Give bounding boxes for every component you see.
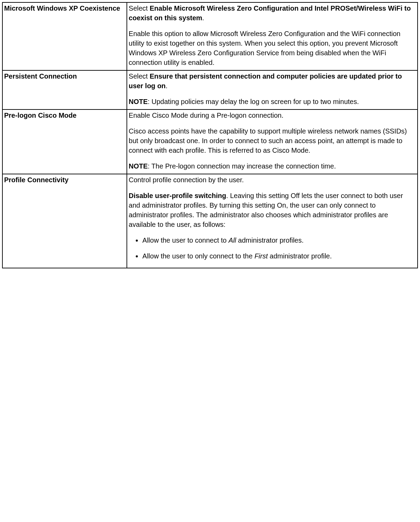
settings-table: Microsoft Windows XP Coexistence Select …: [2, 2, 418, 268]
setting-name: Microsoft Windows XP Coexistence: [2, 2, 127, 70]
intro-post: .: [202, 14, 204, 22]
intro-pre: Select: [129, 4, 149, 12]
options-list: Allow the user to connect to All adminis…: [142, 235, 416, 261]
setting-name: Profile Connectivity: [2, 174, 127, 268]
item-pre: Allow the user to connect to: [142, 236, 228, 244]
intro-bold: Ensure that persistent connection and co…: [129, 72, 402, 90]
table-row: Microsoft Windows XP Coexistence Select …: [2, 2, 418, 70]
list-item: Allow the user to only connect to the Fi…: [142, 251, 416, 261]
setting-name: Pre-logon Cisco Mode: [2, 109, 127, 174]
body-text: Cisco access points have the capability …: [129, 126, 416, 155]
item-em: First: [254, 252, 268, 260]
item-pre: Allow the user to only connect to the: [142, 252, 254, 260]
intro-post: .: [166, 82, 168, 90]
item-post: administrator profiles.: [236, 236, 304, 244]
item-em: All: [229, 236, 236, 244]
setting-desc: Control profile connection by the user. …: [127, 174, 418, 268]
table-row: Profile Connectivity Control profile con…: [2, 174, 418, 268]
body-text: Disable user-profile switching. Leaving …: [129, 191, 416, 229]
setting-desc: Select Ensure that persistent connection…: [127, 70, 418, 109]
intro-pre: Select: [129, 72, 149, 80]
body-bold: Disable user-profile switching: [129, 192, 226, 199]
intro-bold: Enable Microsoft Wireless Zero Configura…: [129, 4, 411, 22]
note-text: : Updating policies may delay the log on…: [148, 98, 359, 105]
intro-line: Enable Cisco Mode during a Pre-logon con…: [129, 111, 416, 120]
setting-name: Persistent Connection: [2, 70, 127, 109]
item-post: administrator profile.: [268, 252, 332, 260]
intro-line: Control profile connection by the user.: [129, 175, 416, 185]
list-item: Allow the user to connect to All adminis…: [142, 235, 416, 245]
table-row: Pre-logon Cisco Mode Enable Cisco Mode d…: [2, 109, 418, 174]
note-label: NOTE: [129, 98, 148, 105]
note-label: NOTE: [129, 162, 148, 170]
setting-desc: Select Enable Microsoft Wireless Zero Co…: [127, 2, 418, 70]
table-row: Persistent Connection Select Ensure that…: [2, 70, 418, 109]
body-text: Enable this option to allow Microsoft Wi…: [129, 29, 416, 67]
note-text: : The Pre-logon connection may increase …: [148, 162, 336, 170]
intro-line: Select Ensure that persistent connection…: [129, 71, 416, 91]
note-line: NOTE: Updating policies may delay the lo…: [129, 97, 416, 106]
setting-desc: Enable Cisco Mode during a Pre-logon con…: [127, 109, 418, 174]
intro-line: Select Enable Microsoft Wireless Zero Co…: [129, 3, 416, 23]
note-line: NOTE: The Pre-logon connection may incre…: [129, 161, 416, 171]
